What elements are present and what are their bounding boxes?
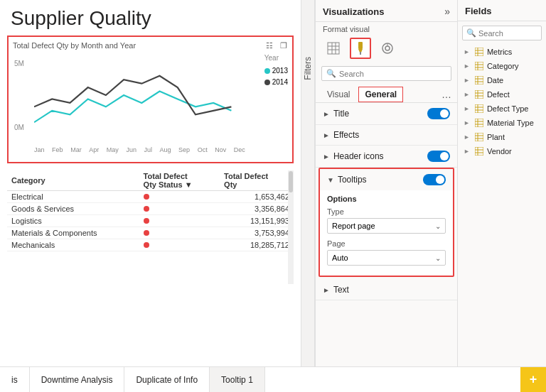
table-visual: Category Total DefectQty Status ▼ Total … bbox=[7, 170, 294, 284]
svg-rect-31 bbox=[475, 119, 483, 127]
type-label: Type bbox=[327, 207, 446, 216]
viz-search-input[interactable] bbox=[339, 70, 446, 78]
table-icon bbox=[327, 42, 340, 55]
analytics-icon-btn[interactable] bbox=[377, 38, 398, 59]
paint-icon-btn[interactable] bbox=[350, 38, 371, 59]
filter-icon[interactable]: ☷ bbox=[264, 40, 275, 51]
table-row: Goods & Services 3,356,864 bbox=[7, 203, 294, 215]
section-effects-header[interactable]: ► Effects bbox=[316, 125, 457, 145]
row-qty: 3,753,994 bbox=[220, 227, 294, 239]
section-tooltips-label: Tooltips bbox=[338, 175, 367, 185]
chevron-right-icon: ► bbox=[323, 131, 330, 139]
expand-panel-icon[interactable]: » bbox=[444, 6, 450, 17]
field-label-category: Category bbox=[487, 62, 519, 70]
tooltips-toggle[interactable] bbox=[423, 174, 446, 185]
tooltips-content: Options Type Report page ⌄ Page Auto ⌄ bbox=[320, 190, 453, 276]
toggle-knob bbox=[436, 175, 444, 184]
fields-list: ► Metrics ► Category ► Date bbox=[458, 43, 546, 366]
row-qty: 3,356,864 bbox=[220, 203, 294, 215]
section-text: ► Text bbox=[316, 280, 457, 300]
section-effects: ► Effects bbox=[316, 125, 457, 146]
type-dropdown[interactable]: Report page ⌄ bbox=[327, 218, 446, 234]
field-chevron-icon: ► bbox=[464, 119, 470, 126]
field-label-material-type: Material Type bbox=[487, 119, 534, 127]
field-item-material-type[interactable]: ► Material Type bbox=[458, 116, 546, 130]
row-category: Goods & Services bbox=[7, 203, 139, 215]
tab-general[interactable]: General bbox=[358, 87, 403, 102]
field-chevron-icon: ► bbox=[464, 48, 470, 55]
field-item-vendor[interactable]: ► Vendor bbox=[458, 144, 546, 158]
status-dot bbox=[144, 242, 149, 248]
field-chevron-icon: ► bbox=[464, 62, 470, 70]
col-qty-status[interactable]: Total DefectQty Status ▼ bbox=[139, 170, 220, 191]
section-header-icons: ► Header icons bbox=[316, 146, 457, 168]
svg-rect-5 bbox=[358, 42, 363, 49]
search-icon: 🔍 bbox=[326, 69, 336, 78]
field-label-vendor: Vendor bbox=[487, 147, 512, 156]
x-axis: Jan Feb Mar Apr May Jun Jul Aug Sep Oct … bbox=[34, 146, 245, 153]
row-qty: 18,285,712 bbox=[220, 239, 294, 251]
filters-sidebar[interactable]: Filters bbox=[301, 0, 315, 366]
fields-search-box[interactable]: 🔍 bbox=[462, 26, 542, 40]
fields-search-input[interactable] bbox=[478, 29, 537, 38]
tab-tooltip-1[interactable]: Tooltip 1 bbox=[210, 367, 265, 392]
col-qty: Total DefectQty bbox=[220, 170, 294, 191]
chevron-right-icon: ► bbox=[323, 110, 330, 118]
col-category: Category bbox=[7, 170, 139, 191]
svg-rect-0 bbox=[328, 43, 339, 54]
field-chevron-icon: ► bbox=[464, 105, 470, 112]
row-qty: 1,653,462 bbox=[220, 191, 294, 203]
paint-brush-icon bbox=[353, 41, 368, 55]
header-icons-toggle[interactable] bbox=[427, 151, 450, 162]
field-item-defect[interactable]: ► Defect bbox=[458, 87, 546, 102]
section-text-header[interactable]: ► Text bbox=[316, 280, 457, 300]
tab-more-icon[interactable]: … bbox=[441, 89, 451, 100]
chart-visual[interactable]: ☷ ❐ Total Defect Qty by Month and Year 5… bbox=[7, 36, 294, 163]
table-icon-btn[interactable] bbox=[323, 38, 344, 59]
svg-rect-7 bbox=[360, 52, 361, 55]
page-dropdown-value: Auto bbox=[332, 254, 348, 262]
section-header-icons-header[interactable]: ► Header icons bbox=[316, 146, 457, 167]
field-table-icon bbox=[474, 89, 484, 99]
y-label-5m: 5M bbox=[14, 60, 24, 67]
fields-panel: Fields 🔍 ► Metrics ► Category ► bbox=[457, 0, 546, 366]
format-visual-label: Format visual bbox=[316, 22, 457, 35]
field-chevron-icon: ► bbox=[464, 134, 470, 141]
viz-panel-header: Visualizations » bbox=[316, 0, 457, 22]
viz-search-box[interactable]: 🔍 bbox=[321, 66, 451, 81]
field-chevron-icon: ► bbox=[464, 148, 470, 155]
field-table-icon bbox=[474, 75, 484, 85]
section-tooltips-header[interactable]: ▼ Tooltips bbox=[320, 169, 453, 190]
field-item-category[interactable]: ► Category bbox=[458, 59, 546, 73]
field-item-defect-type[interactable]: ► Defect Type bbox=[458, 102, 546, 116]
expand-icon[interactable]: ❐ bbox=[278, 40, 289, 51]
svg-rect-23 bbox=[475, 90, 483, 99]
visualizations-panel: Visualizations » Format visual bbox=[315, 0, 457, 366]
field-item-plant[interactable]: ► Plant bbox=[458, 130, 546, 144]
svg-rect-39 bbox=[475, 147, 483, 156]
title-toggle[interactable] bbox=[427, 108, 450, 119]
scrollbar[interactable] bbox=[288, 170, 294, 284]
row-category: Mechanicals bbox=[7, 239, 139, 251]
section-title-header[interactable]: ► Title bbox=[316, 103, 457, 124]
row-qty: 13,151,993 bbox=[220, 215, 294, 227]
field-table-icon bbox=[474, 132, 484, 142]
chevron-down-icon: ▼ bbox=[327, 176, 334, 184]
field-table-icon bbox=[474, 61, 484, 71]
field-item-metrics[interactable]: ► Metrics bbox=[458, 45, 546, 59]
table-row: Logistics 13,151,993 bbox=[7, 215, 294, 227]
tab-downtime-analysis[interactable]: Downtime Analysis bbox=[30, 367, 125, 392]
chart-toolbar: ☷ ❐ bbox=[264, 40, 289, 51]
field-item-date[interactable]: ► Date bbox=[458, 73, 546, 87]
page-dropdown[interactable]: Auto ⌄ bbox=[327, 250, 446, 266]
add-tab-button[interactable]: + bbox=[520, 367, 546, 392]
toggle-knob bbox=[440, 152, 449, 160]
tab-duplicate-of-info[interactable]: Duplicate of Info bbox=[124, 367, 210, 392]
row-category: Logistics bbox=[7, 215, 139, 227]
svg-rect-27 bbox=[475, 104, 483, 113]
scrollbar-thumb[interactable] bbox=[289, 171, 293, 192]
svg-point-9 bbox=[385, 46, 390, 50]
filters-label[interactable]: Filters bbox=[303, 57, 313, 80]
tab-visual[interactable]: Visual bbox=[321, 87, 355, 102]
tab-is[interactable]: is bbox=[0, 367, 30, 392]
